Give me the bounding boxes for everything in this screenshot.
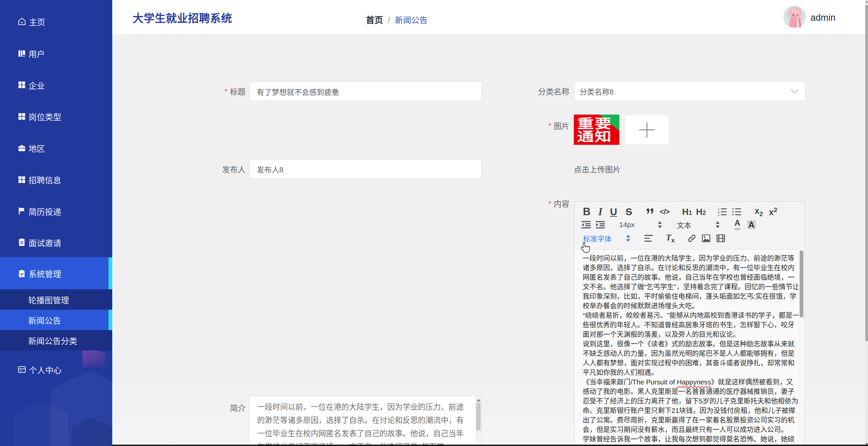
svg-text:2: 2 [718,211,720,214]
svg-text:3: 3 [718,214,720,216]
svg-text:1: 1 [718,208,720,211]
